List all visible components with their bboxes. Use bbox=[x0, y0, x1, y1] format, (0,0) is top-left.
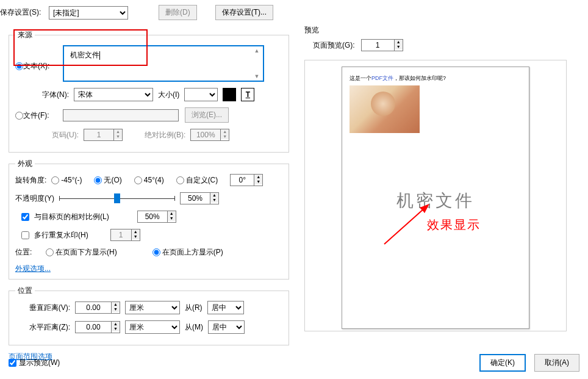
text-input-value: 机密文件 bbox=[70, 51, 99, 59]
source-legend: 来源 bbox=[15, 30, 35, 40]
relative-scale-spinner[interactable]: ▲▼ bbox=[137, 211, 176, 223]
appearance-fieldset: 外观 旋转角度: -45°(-) 无(O) 45°(4) 自定义(C) ▲▼ 不… bbox=[9, 159, 289, 280]
hdist-spinner[interactable]: ▲▼ bbox=[75, 321, 120, 333]
text-label: 文本(X): bbox=[23, 61, 49, 71]
vdist-spinner[interactable]: ▲▼ bbox=[75, 301, 120, 314]
rot-custom-radio[interactable] bbox=[176, 176, 184, 184]
show-preview-checkbox[interactable] bbox=[9, 359, 16, 367]
hdist-unit-select[interactable]: 厘米 bbox=[125, 320, 180, 334]
from-r-label: 从(R) bbox=[185, 303, 203, 313]
delete-button[interactable]: 删除(D) bbox=[159, 5, 197, 20]
browse-button[interactable]: 浏览(E)... bbox=[185, 107, 229, 123]
annotation-text: 效果显示 bbox=[427, 217, 481, 233]
vdist-label: 垂直距离(V): bbox=[21, 303, 70, 313]
opacity-spinner[interactable]: ▲▼ bbox=[180, 192, 219, 204]
preview-legend: 预览 bbox=[304, 25, 319, 35]
size-select[interactable] bbox=[184, 88, 218, 101]
preview-doc-title: 这是一个PDF文件，那该如何加水印呢? bbox=[350, 74, 522, 82]
rot-m45-radio[interactable] bbox=[51, 176, 59, 184]
multiline-label: 多行重复水印(H) bbox=[34, 230, 88, 240]
rotation-spinner[interactable]: ▲▼ bbox=[230, 174, 263, 186]
page-preview-label: 页面预览(G): bbox=[313, 40, 355, 51]
location-legend: 位置 bbox=[15, 286, 35, 296]
preview-image bbox=[350, 85, 420, 133]
opacity-slider[interactable] bbox=[59, 198, 175, 199]
multiline-checkbox[interactable] bbox=[21, 231, 29, 239]
scale-label: 绝对比例(B): bbox=[145, 130, 185, 140]
hdist-label: 水平距离(Z): bbox=[21, 322, 70, 333]
rot-45-radio[interactable] bbox=[134, 176, 142, 184]
opacity-label: 不透明度(Y) bbox=[15, 193, 54, 204]
pos-below-radio[interactable] bbox=[46, 248, 54, 256]
font-select[interactable]: 宋体 bbox=[74, 88, 153, 101]
file-label: 文件(F): bbox=[23, 110, 49, 121]
appearance-options-link[interactable]: 外观选项... bbox=[15, 264, 51, 273]
rot-none-radio[interactable] bbox=[94, 176, 102, 184]
ok-button[interactable]: 确定(K) bbox=[479, 354, 526, 372]
text-style-icon[interactable]: T bbox=[241, 88, 254, 101]
pos-above-radio[interactable] bbox=[152, 248, 160, 256]
scroll-down-icon[interactable]: ▼ bbox=[252, 73, 262, 79]
position-label: 位置: bbox=[15, 247, 41, 258]
source-fieldset: 来源 文本(X): 机密文件 ▲ ▼ 字体(N): 宋体 bbox=[9, 30, 289, 153]
preview-page: 这是一个PDF文件，那该如何加水印呢? 机密文件 bbox=[342, 67, 529, 329]
watermark-text: 机密文件 bbox=[342, 189, 529, 212]
relative-scale-label: 与目标页的相对比例(L) bbox=[34, 212, 109, 222]
scroll-up-icon[interactable]: ▲ bbox=[252, 48, 262, 54]
color-picker[interactable] bbox=[223, 88, 236, 101]
v-align-select[interactable]: 居中 bbox=[207, 301, 244, 314]
cancel-button[interactable]: 取消(A) bbox=[534, 354, 579, 372]
page-preview-spinner[interactable]: ▲▼ bbox=[361, 39, 403, 51]
text-radio[interactable] bbox=[15, 62, 23, 70]
save-settings-button[interactable]: 保存设置(T)... bbox=[215, 5, 273, 20]
preview-area: 这是一个PDF文件，那该如何加水印呢? 机密文件 bbox=[304, 60, 567, 331]
show-preview-label: 显示预览(W) bbox=[19, 358, 60, 368]
location-fieldset: 位置 垂直距离(V): ▲▼ 厘米 从(R) 居中 水平距离(Z): ▲▼ 厘 bbox=[9, 286, 289, 345]
file-input bbox=[63, 109, 179, 121]
font-label: 字体(N): bbox=[27, 90, 69, 100]
appearance-legend: 外观 bbox=[15, 159, 35, 169]
size-label: 大小(I) bbox=[158, 90, 179, 100]
save-settings-label: 保存设置(S): bbox=[0, 7, 43, 18]
from-m-label: 从(M) bbox=[185, 322, 203, 333]
file-radio[interactable] bbox=[15, 112, 23, 120]
rotation-label: 旋转角度: bbox=[15, 175, 46, 186]
page-label: 页码(U): bbox=[52, 130, 79, 140]
scale-spinner[interactable]: ▲▼ bbox=[190, 129, 229, 141]
text-scrollbar[interactable]: ▲ ▼ bbox=[252, 48, 262, 79]
preview-fieldset: 预览 页面预览(G): ▲▼ 这是一个PDF文件，那该如何加水印呢? 机密文件 bbox=[304, 25, 567, 331]
save-settings-select[interactable]: [未指定] bbox=[49, 6, 128, 20]
h-align-select[interactable]: 居中 bbox=[208, 320, 245, 334]
text-input-box[interactable]: 机密文件 ▲ ▼ bbox=[63, 45, 264, 82]
vdist-unit-select[interactable]: 厘米 bbox=[125, 301, 180, 314]
page-spinner[interactable]: ▲▼ bbox=[84, 129, 123, 141]
multiline-spinner[interactable]: ▲▼ bbox=[110, 229, 140, 241]
relative-scale-checkbox[interactable] bbox=[21, 213, 29, 221]
